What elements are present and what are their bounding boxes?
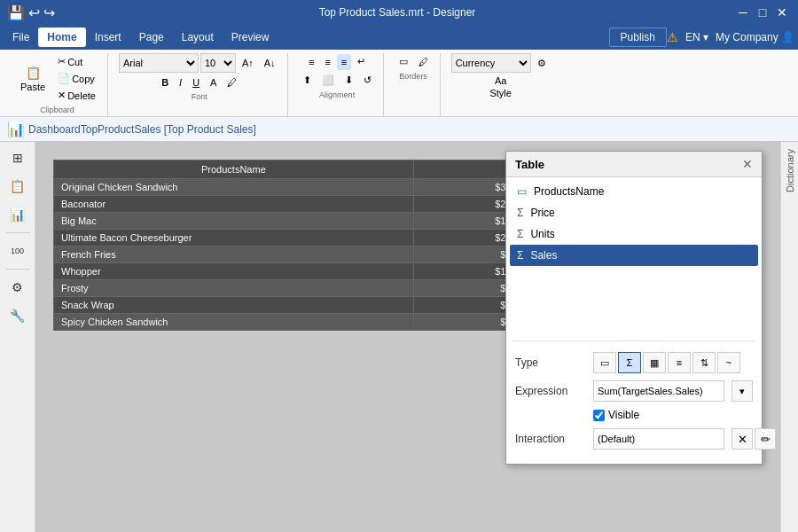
format-select[interactable]: Currency <box>451 53 531 73</box>
cut-button[interactable]: ✂ Cut <box>53 53 87 70</box>
ribbon-group-clipboard: 📋 Paste ✂ Cut 📄 Copy <box>7 53 108 116</box>
copy-button[interactable]: 📄 Copy <box>53 70 99 87</box>
font-color-button[interactable]: A <box>206 74 221 90</box>
table-cell: Frosty <box>54 280 414 297</box>
table-panel-title: Table <box>515 158 544 171</box>
font-grow-button[interactable]: A↑ <box>238 55 258 71</box>
minimize-button[interactable]: ─ <box>734 4 752 21</box>
highlight-button[interactable]: 🖊 <box>223 74 241 90</box>
menu-layout[interactable]: Layout <box>173 27 223 47</box>
format-row: Currency ⚙ <box>451 53 551 73</box>
interaction-input[interactable] <box>593 428 724 450</box>
publish-button[interactable]: Publish <box>609 27 667 47</box>
font-top-row: Arial 10 A↑ A↓ <box>119 53 280 73</box>
table-cell: Baconator <box>54 196 414 213</box>
menu-preview[interactable]: Preview <box>223 27 278 47</box>
font-shrink-button[interactable]: A↓ <box>260 55 280 71</box>
field-name: Price <box>530 207 554 219</box>
valign-bot-button[interactable]: ⬇ <box>340 72 357 89</box>
panel-divider <box>513 340 755 341</box>
ribbon-group-font: Arial 10 A↑ A↓ B I U A 🖊 Font <box>112 53 288 116</box>
bold-button[interactable]: B <box>157 74 173 90</box>
underline-button[interactable]: U <box>188 74 204 90</box>
table-field-item[interactable]: ΣSales <box>510 245 758 266</box>
left-panel-grid-button[interactable]: ⊞ <box>4 145 32 170</box>
menu-page[interactable]: Page <box>130 27 173 47</box>
type-row: Type ▭ Σ ▦ ≡ ⇅ ~ <box>515 352 753 373</box>
border-style-button[interactable]: ▭ <box>395 53 412 70</box>
close-button[interactable]: ✕ <box>773 4 791 21</box>
company-label[interactable]: My Company 👤 <box>716 31 794 43</box>
font-bottom-row: B I U A 🖊 <box>157 74 241 90</box>
align-top-row: ≡ ≡ ≡ ↵ <box>304 53 370 70</box>
language-selector[interactable]: EN ▾ <box>685 31 708 43</box>
interaction-clear-button[interactable]: ✕ <box>732 428 753 450</box>
type-field-button[interactable]: ▭ <box>593 352 616 373</box>
style-button[interactable]: Aa Style <box>483 73 519 101</box>
type-sum-button[interactable]: Σ <box>618 352 641 373</box>
italic-button[interactable]: I <box>175 74 186 90</box>
ribbon: 📋 Paste ✂ Cut 📄 Copy <box>0 50 798 117</box>
visible-label: Visible <box>608 409 639 421</box>
field-name: Sales <box>530 249 557 262</box>
left-panel-report-button[interactable]: 📋 <box>4 174 32 199</box>
visible-checkbox[interactable] <box>593 410 605 421</box>
align-center-button[interactable]: ≡ <box>320 54 334 70</box>
breadcrumb-path: DashboardTopProductSales [Top Product Sa… <box>28 123 256 136</box>
valign-mid-button[interactable]: ⬜ <box>317 72 339 89</box>
valign-top-button[interactable]: ⬆ <box>299 72 316 89</box>
left-panel-chart-button[interactable]: 📊 <box>4 202 32 227</box>
type-label: Type <box>515 356 586 369</box>
left-panel-tools-button[interactable]: 🔧 <box>4 303 32 328</box>
clipboard-small-btns: ✂ Cut 📄 Copy ✕ Delete <box>53 53 100 104</box>
table-field-item[interactable]: ΣPrice <box>510 202 758 223</box>
table-field-item[interactable]: ΣUnits <box>510 223 758 245</box>
interaction-buttons: ✕ ✏ <box>732 428 776 450</box>
type-sort-button[interactable]: ⇅ <box>692 352 716 373</box>
paste-button[interactable]: 📋 Paste <box>14 63 51 95</box>
right-panel: Dictionary <box>780 142 798 532</box>
dictionary-label[interactable]: Dictionary <box>785 142 795 200</box>
table-panel-close-button[interactable]: ✕ <box>742 157 753 171</box>
menu-file[interactable]: File <box>4 27 38 47</box>
field-name: Units <box>530 228 554 240</box>
interaction-edit-button[interactable]: ✏ <box>755 428 776 450</box>
maximize-button[interactable]: □ <box>754 4 771 21</box>
table-panel-header: Table ✕ <box>506 152 762 177</box>
left-panel-settings-button[interactable]: ⚙ <box>4 275 32 300</box>
left-panel: ⊞ 📋 📊 100 ⚙ 🔧 <box>0 142 35 532</box>
table-panel-list: ▭ProductsNameΣPriceΣUnitsΣSales <box>506 177 762 337</box>
title-bar: 💾 ↩ ↪ Top Product Sales.mrt - Designer ─… <box>0 0 798 25</box>
format-settings-button[interactable]: ⚙ <box>533 55 551 72</box>
align-left-button[interactable]: ≡ <box>304 54 318 70</box>
type-wave-button[interactable]: ~ <box>717 352 740 373</box>
copy-icon: 📄 <box>58 73 70 84</box>
ribbon-group-format: Currency ⚙ Aa Style <box>444 53 558 116</box>
border-color-button[interactable]: 🖊 <box>414 54 433 70</box>
expression-dropdown-button[interactable]: ▾ <box>732 380 753 402</box>
table-cell: Original Chicken Sandwich <box>54 179 414 196</box>
breadcrumb-bar: 📊 DashboardTopProductSales [Top Product … <box>0 117 798 142</box>
rotate-button[interactable]: ↺ <box>359 72 376 89</box>
type-table-button[interactable]: ▦ <box>643 352 666 373</box>
style-row: Aa Style <box>483 73 519 101</box>
copy-row: 📄 Copy <box>53 70 100 87</box>
interaction-row: Interaction ✕ ✏ <box>515 428 753 450</box>
font-family-select[interactable]: Arial <box>119 53 199 73</box>
menu-insert[interactable]: Insert <box>86 27 130 47</box>
align-right-button[interactable]: ≡ <box>337 54 351 70</box>
type-list-button[interactable]: ≡ <box>668 352 691 373</box>
menu-home[interactable]: Home <box>38 27 85 47</box>
field-icon: Σ <box>517 228 523 240</box>
font-size-select[interactable]: 10 <box>200 53 236 73</box>
left-panel-100-button[interactable]: 100 <box>4 239 32 263</box>
main-area: ⊞ 📋 📊 100 ⚙ 🔧 ProductsName Price Units S… <box>0 142 798 532</box>
paste-icon: 📋 <box>26 66 41 80</box>
delete-button[interactable]: ✕ Delete <box>53 87 100 104</box>
table-field-item[interactable]: ▭ProductsName <box>510 181 758 202</box>
expression-input[interactable] <box>593 380 724 402</box>
table-cell: Whopper <box>54 263 414 280</box>
ribbon-group-alignment: ≡ ≡ ≡ ↵ ⬆ ⬜ ⬇ ↺ Alignment <box>292 53 384 116</box>
canvas-area: ProductsName Price Units Sales Original … <box>35 142 780 532</box>
indent-button[interactable]: ↵ <box>353 53 370 70</box>
